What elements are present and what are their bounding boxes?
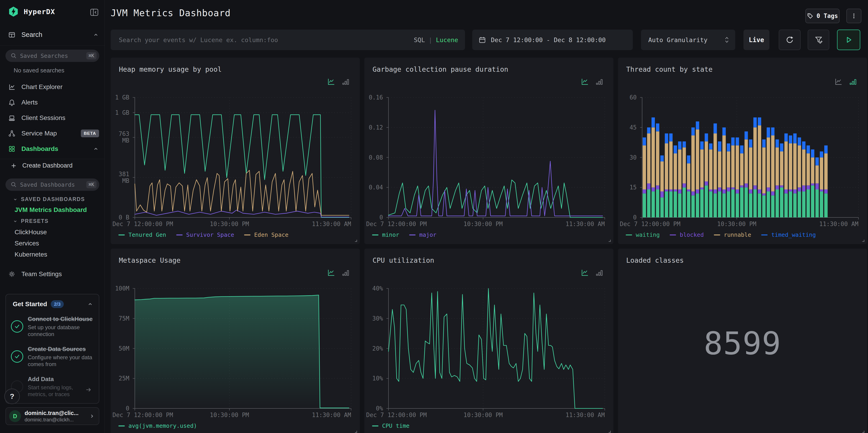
get-started-card: Get Started 2/3 Connect to ClickHouse Se… — [5, 294, 99, 404]
legend-item[interactable]: avg(jvm.memory.used) — [118, 423, 197, 429]
sql-toggle[interactable]: SQL — [414, 36, 425, 43]
resize-handle[interactable] — [607, 429, 611, 433]
x-axis-label: Dec 7 12:00:00 PM — [113, 221, 173, 227]
preset-label: ClickHouse — [14, 228, 47, 236]
sidebar-item-services[interactable]: Services — [14, 240, 39, 247]
resize-handle[interactable] — [607, 238, 611, 242]
resize-handle[interactable] — [861, 238, 864, 242]
sidebar-item-client-sessions[interactable]: Client Sessions — [8, 113, 99, 123]
legend-item[interactable]: waiting — [626, 231, 660, 238]
event-search-input[interactable]: Search your events w/ Lucene ex. column:… — [111, 30, 465, 50]
resize-handle[interactable] — [353, 238, 357, 242]
saved-dashboards-input[interactable]: Saved Dashboards ⌘K — [5, 179, 99, 191]
group-label: SAVED DASHBOARDS — [21, 196, 85, 203]
no-saved-searches-text: No saved searches — [14, 67, 64, 74]
sidebar-item-search[interactable]: Search — [8, 31, 99, 38]
user-menu[interactable]: D dominic.tran@clic... dominic.tran@clic… — [5, 407, 99, 425]
bar-chart-icon[interactable] — [849, 78, 857, 86]
resize-handle[interactable] — [861, 429, 864, 433]
legend-swatch — [118, 426, 125, 426]
chart-plot — [135, 288, 351, 408]
legend-item[interactable]: minor — [372, 231, 399, 238]
x-axis: Dec 7 12:00:00 PM10:30:00 PM11:30:00 AM — [364, 221, 613, 228]
hyperdx-logo-icon — [8, 6, 19, 17]
saved-searches-input[interactable]: Saved Searches ⌘K — [5, 50, 99, 62]
avatar: D — [9, 410, 21, 422]
date-range-input[interactable]: Dec 7 12:00:00 - Dec 8 12:00:00 — [472, 30, 633, 50]
x-axis: Dec 7 12:00:00 PM10:30:00 PM11:30:00 AM — [111, 221, 360, 228]
lucene-toggle[interactable]: Lucene — [436, 36, 458, 43]
shortcut-badge: ⌘K — [86, 52, 97, 59]
chevron-up-icon[interactable] — [93, 32, 99, 38]
tags-button[interactable]: 0 Tags — [805, 9, 840, 23]
line-chart-icon[interactable] — [581, 78, 589, 86]
line-chart-icon[interactable] — [327, 78, 335, 86]
granularity-select[interactable]: Auto Granularity — [641, 30, 735, 50]
help-button[interactable]: ? — [4, 389, 20, 404]
legend-item[interactable]: timed_waiting — [761, 231, 816, 238]
y-axis-label: 763 MB — [111, 131, 129, 144]
chart-plot — [135, 97, 351, 217]
legend-item[interactable]: blocked — [670, 231, 704, 238]
line-chart-icon[interactable] — [581, 269, 589, 277]
progress-badge: 2/3 — [51, 300, 64, 308]
y-axis-label: 50M — [111, 345, 129, 352]
group-saved-dashboards[interactable]: SAVED DASHBOARDS — [13, 196, 85, 203]
sidebar-item-jvm-metrics-dashboard[interactable]: JVM Metrics Dashboard — [14, 206, 87, 214]
group-label: PRESETS — [21, 218, 49, 224]
filter-icon — [814, 35, 823, 44]
line-chart-icon[interactable] — [834, 78, 842, 86]
y-axis-label: 30 — [618, 154, 637, 161]
bar-chart-icon[interactable] — [342, 269, 350, 277]
line-chart-icon[interactable] — [327, 269, 335, 277]
y-axis: 1 GB1 GB763 MB381 MB0 B — [111, 97, 132, 217]
y-axis: 0.160.120.080.040 — [364, 97, 386, 217]
chevron-down-icon — [13, 197, 18, 202]
legend-item[interactable]: CPU time — [372, 423, 409, 429]
legend-item[interactable]: runnable — [714, 231, 751, 238]
legend-label: Survivor Space — [186, 231, 234, 238]
chart-title: CPU utilization — [373, 256, 434, 264]
legend-item[interactable]: Tenured Gen — [118, 231, 166, 238]
sidebar-item-alerts[interactable]: Alerts — [8, 97, 99, 107]
resize-handle[interactable] — [353, 429, 357, 433]
sidebar-item-label: Dashboards — [22, 145, 58, 153]
legend-label: waiting — [636, 231, 660, 238]
get-started-step-sources[interactable]: Create Data Sources Configure where your… — [11, 345, 93, 368]
sidebar-item-clickhouse[interactable]: ClickHouse — [14, 228, 47, 236]
more-menu-button[interactable] — [846, 9, 861, 23]
tile-metaspace-usage: Metaspace Usage 100M75M50M25M0 Dec 7 12:… — [111, 249, 360, 433]
filter-edit-button[interactable] — [808, 30, 829, 50]
x-axis-label: Dec 7 12:00:00 PM — [366, 411, 427, 419]
search-placeholder: Search your events w/ Lucene ex. column:… — [119, 36, 410, 43]
legend-item[interactable]: Survivor Space — [176, 231, 234, 238]
sidebar-item-service-map[interactable]: Service Map BETA — [8, 128, 99, 138]
chevron-up-icon[interactable] — [93, 146, 99, 152]
live-button[interactable]: Live — [743, 30, 769, 50]
bar-chart-icon[interactable] — [595, 78, 603, 86]
step-title: Connect to ClickHouse — [28, 315, 93, 322]
group-presets[interactable]: PRESETS — [13, 218, 49, 224]
get-started-step-add-data[interactable]: Add Data Start sending logs, metrics, or… — [11, 375, 93, 398]
legend-swatch — [244, 235, 250, 236]
chevron-up-icon[interactable] — [87, 301, 93, 307]
legend-item[interactable]: major — [409, 231, 436, 238]
play-icon — [844, 35, 853, 44]
sidebar-collapse-icon[interactable] — [89, 7, 99, 17]
legend-swatch — [372, 235, 378, 236]
refresh-icon — [785, 35, 794, 44]
run-query-button[interactable] — [837, 30, 860, 50]
bar-chart-icon[interactable] — [342, 78, 350, 86]
sidebar-item-chart-explorer[interactable]: Chart Explorer — [8, 82, 99, 92]
create-dashboard-button[interactable]: Create Dashboard — [10, 162, 73, 169]
legend-swatch — [626, 235, 632, 236]
legend-item[interactable]: Eden Space — [244, 231, 288, 238]
sidebar-item-dashboards[interactable]: Dashboards — [8, 144, 99, 154]
y-axis: 100M75M50M25M0 — [111, 288, 132, 408]
sidebar-item-kubernetes[interactable]: Kubernetes — [14, 251, 47, 258]
get-started-step-connect[interactable]: Connect to ClickHouse Set up your databa… — [11, 315, 93, 338]
bar-chart-icon[interactable] — [595, 269, 603, 277]
x-axis-label: 10:30:00 PM — [464, 221, 503, 227]
sidebar-item-team-settings[interactable]: Team Settings — [8, 269, 99, 279]
refresh-button[interactable] — [779, 30, 801, 50]
